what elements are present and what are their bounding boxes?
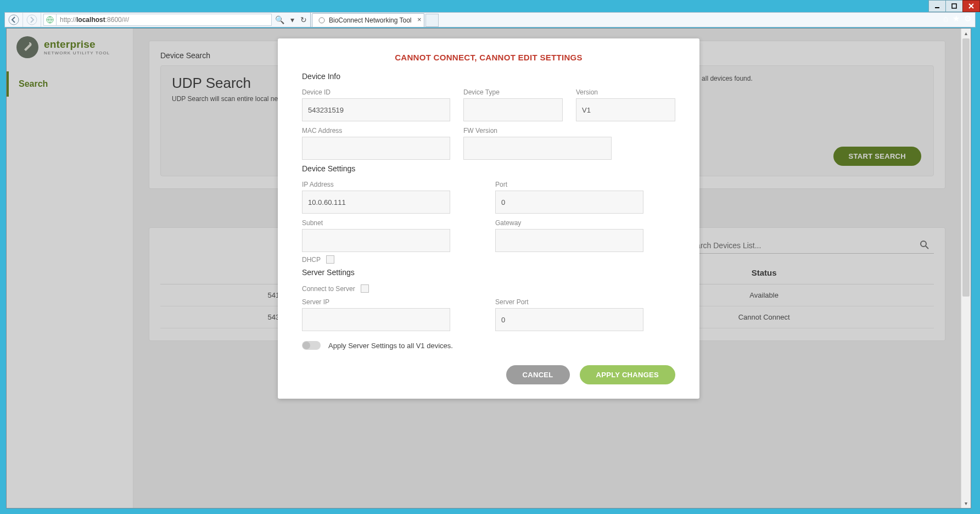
browser-tab-active[interactable]: BioConnect Networking Tool × [312, 13, 424, 27]
dhcp-row: DHCP [302, 255, 675, 264]
label-port: Port [495, 181, 675, 188]
home-icon[interactable]: ⌂ [943, 14, 948, 24]
url-input[interactable]: http://localhost:8600/#/ [56, 14, 272, 26]
label-device-id: Device ID [302, 88, 450, 96]
input-version[interactable]: V1 [576, 98, 675, 121]
server-settings-heading: Server Settings [302, 268, 675, 277]
apply-all-toggle[interactable] [302, 341, 321, 350]
url-host: localhost [76, 16, 105, 24]
input-device-type[interactable] [463, 98, 563, 121]
cancel-button[interactable]: CANCEL [506, 365, 570, 384]
tools-gear-icon[interactable]: ⚙ [964, 14, 971, 24]
vertical-scrollbar[interactable]: ▴ ▾ [961, 29, 971, 508]
label-gateway: Gateway [495, 219, 675, 227]
url-rest: :8600/#/ [105, 16, 129, 24]
page-viewport: enterprise NETWORK UTILITY TOOL Search D… [6, 28, 971, 509]
svg-rect-1 [952, 4, 956, 8]
scroll-thumb[interactable] [962, 38, 970, 297]
apply-changes-button[interactable]: APPLY CHANGES [580, 365, 675, 384]
address-bar: http://localhost:8600/#/ 🔍 ▾ ↻ [41, 13, 311, 27]
connect-server-row: Connect to Server [302, 284, 675, 293]
scroll-up-icon[interactable]: ▴ [961, 29, 971, 38]
address-tools: 🔍 ▾ ↻ [272, 13, 310, 27]
page-favicon [43, 14, 56, 26]
input-subnet[interactable] [302, 229, 450, 252]
label-ip: IP Address [302, 181, 482, 188]
server-grid: Server IP Server Port 0 [302, 298, 675, 331]
label-device-type: Device Type [463, 88, 563, 96]
apply-all-row: Apply Server Settings to all V1 devices. [302, 341, 675, 350]
device-info-grid: Device ID 543231519 Device Type Version … [302, 88, 675, 160]
tab-close-icon[interactable]: × [417, 15, 422, 24]
browser-toolbar: http://localhost:8600/#/ 🔍 ▾ ↻ BioConnec… [4, 12, 976, 27]
label-mac: MAC Address [302, 127, 450, 135]
dropdown-icon[interactable]: ▾ [290, 15, 294, 24]
nav-back-button[interactable] [5, 13, 23, 27]
input-gateway[interactable] [495, 229, 643, 252]
tab-title: BioConnect Networking Tool [329, 16, 412, 24]
arrow-left-icon [8, 14, 19, 25]
window-close-button[interactable] [962, 0, 980, 12]
minimize-icon [934, 3, 940, 9]
label-subnet: Subnet [302, 219, 482, 227]
input-fw[interactable] [463, 137, 612, 160]
input-server-port[interactable]: 0 [495, 308, 643, 331]
new-tab-button[interactable] [425, 14, 439, 27]
device-info-heading: Device Info [302, 72, 675, 81]
input-port[interactable]: 0 [495, 191, 643, 214]
label-dhcp: DHCP [302, 256, 321, 264]
label-version: Version [576, 88, 675, 96]
label-server-ip: Server IP [302, 298, 482, 306]
device-edit-modal: CANNOT CONNECT, CANNOT EDIT SETTINGS Dev… [278, 38, 699, 399]
apply-all-label: Apply Server Settings to all V1 devices. [328, 342, 453, 350]
nav-forward-button[interactable] [23, 13, 41, 27]
svg-point-5 [27, 15, 37, 25]
input-server-ip[interactable] [302, 308, 450, 331]
window-titlebar [0, 0, 980, 12]
scroll-down-icon[interactable]: ▾ [961, 499, 971, 508]
input-mac[interactable] [302, 137, 450, 160]
url-prefix: http:// [60, 16, 76, 24]
dhcp-checkbox[interactable] [326, 255, 334, 264]
tab-favicon [318, 16, 326, 24]
connect-server-checkbox[interactable] [361, 284, 369, 293]
input-ip[interactable]: 10.0.60.111 [302, 191, 450, 214]
device-settings-grid: IP Address 10.0.60.111 Port 0 Subnet Gat… [302, 181, 675, 252]
modal-actions: CANCEL APPLY CHANGES [302, 365, 675, 384]
maximize-icon [951, 3, 957, 9]
favorites-icon[interactable]: ★ [953, 14, 960, 24]
svg-point-8 [319, 18, 324, 23]
browser-chrome-icons: ⌂ ★ ⚙ [943, 14, 971, 24]
arrow-right-icon [26, 14, 37, 25]
search-icon[interactable]: 🔍 [275, 15, 284, 24]
close-icon [968, 3, 975, 9]
modal-backdrop: CANNOT CONNECT, CANNOT EDIT SETTINGS Dev… [7, 29, 971, 508]
device-settings-heading: Device Settings [302, 164, 675, 173]
svg-point-4 [9, 15, 19, 25]
globe-icon [46, 16, 54, 24]
label-fw: FW Version [463, 127, 675, 135]
input-device-id[interactable]: 543231519 [302, 98, 450, 121]
window-maximize-button[interactable] [945, 0, 963, 12]
browser-tab-strip: BioConnect Networking Tool × [311, 13, 975, 27]
window-minimize-button[interactable] [928, 0, 946, 12]
os-window: http://localhost:8600/#/ 🔍 ▾ ↻ BioConnec… [0, 0, 980, 514]
label-server-port: Server Port [495, 298, 675, 306]
label-connect-server: Connect to Server [302, 285, 355, 293]
modal-error: CANNOT CONNECT, CANNOT EDIT SETTINGS [302, 53, 675, 62]
refresh-icon[interactable]: ↻ [300, 15, 307, 24]
